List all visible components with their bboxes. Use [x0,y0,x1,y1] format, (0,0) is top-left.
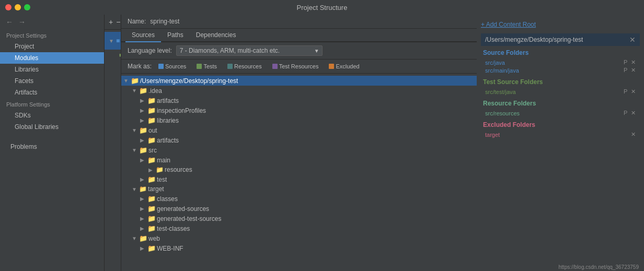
tree-item-webinf[interactable]: ▶ 📁 WEB-INF [121,243,477,253]
close-button[interactable] [5,4,12,10]
sidebar: ← → Project Settings Project Modules Lib… [0,15,105,271]
mark-sources-button[interactable]: Sources [155,62,190,71]
mark-tests-button[interactable]: Tests [193,62,221,71]
test-folder-remove-button[interactable]: ✕ [631,88,636,95]
source-folder-remove-button[interactable]: ✕ [631,59,636,66]
add-content-root-button[interactable]: + Add Content Root [481,19,640,30]
tree-item-test[interactable]: ▶ 📁 test [121,174,477,184]
sidebar-item-global-libraries[interactable]: Global Libraries [0,121,104,133]
tree-item-idea[interactable]: ▼ 📁 .idea [121,86,477,96]
tree-item-generated-test-sources[interactable]: ▶ 📁 generated-test-sources [121,214,477,223]
add-module-button[interactable]: + [109,17,113,27]
test-folder-path: src/test/java [485,89,516,95]
folder-icon: 📁 [139,234,147,242]
forward-button[interactable]: → [17,17,27,27]
module-icon: ■ [116,37,120,44]
chevron-icon: ▼ [132,88,138,93]
source-folder-edit-button[interactable]: P [624,67,629,74]
tree-item-web[interactable]: ▼ 📁 web [121,233,477,243]
close-icon[interactable]: ✕ [629,36,636,44]
remove-module-button[interactable]: − [116,17,120,27]
sidebar-item-facets[interactable]: Facets [0,75,104,87]
folder-icon: 📁 [156,166,164,173]
tree-item-artifacts[interactable]: ▶ 📁 artifacts [121,96,477,105]
platform-settings-header: Platform Settings [0,98,104,110]
tab-dependencies[interactable]: Dependencies [190,29,243,42]
web-icon: ■ [119,52,121,58]
chevron-icon: ▶ [140,196,146,202]
right-panel: + Add Content Root /Users/mengze/Desktop… [477,15,644,271]
source-folder-remove-button[interactable]: ✕ [631,67,636,74]
tree-item-test-classes[interactable]: ▶ 📁 test-classes [121,223,477,233]
source-folders-section: Source Folders src/java P ✕ src/main/jav… [481,48,640,74]
sidebar-item-problems[interactable]: Problems [0,141,104,152]
chevron-icon: ▶ [140,176,146,182]
tree-item-root[interactable]: ▼ 📁 /Users/mengze/Desktop/spring-test [121,76,477,86]
source-folders-label: Source Folders [481,48,640,57]
resource-folder-path: src/resources [485,110,520,116]
tree-item-inspectionprofiles[interactable]: ▶ 📁 inspectionProfiles [121,105,477,115]
folder-icon: 📁 [147,215,156,222]
resource-folder-item-1: src/resources P ✕ [481,109,640,117]
module-item-spring-test[interactable]: ▼ ■ spring-test [105,32,121,50]
module-panel: + − ⧉ ▼ ■ spring-test ■ Web [105,15,121,271]
file-tree: ▼ 📁 /Users/mengze/Desktop/spring-test ▼ … [121,74,477,271]
tab-sources[interactable]: Sources [125,29,161,42]
title-bar: Project Structure [0,0,644,15]
window-title: Project Structure [297,4,348,11]
back-button[interactable]: ← [4,17,15,27]
tree-item-target[interactable]: ▼ 📁 target [121,184,477,194]
chevron-icon: ▶ [140,98,146,103]
tree-item-generated-sources[interactable]: ▶ 📁 generated-sources [121,204,477,214]
sources-icon [158,64,164,69]
tree-item-src[interactable]: ▼ 📁 src [121,145,477,155]
module-toolbar: + − ⧉ [105,15,121,30]
tree-item-out[interactable]: ▼ 📁 out [121,125,477,135]
excluded-folder-remove-button[interactable]: ✕ [631,131,636,138]
folder-icon: 📁 [147,107,156,114]
folder-icon: 📁 [147,136,156,144]
chevron-icon: ▶ [140,206,146,211]
language-select[interactable]: 7 - Diamonds, ARM, multi-catch etc. [176,45,323,56]
resource-folders-section: Resource Folders src/resources P ✕ [481,99,640,117]
test-source-folders-label: Test Source Folders [481,77,640,87]
test-folder-item-1: src/test/java P ✕ [481,88,640,96]
folder-icon: 📁 [139,146,147,154]
excluded-folder-path: target [485,132,500,138]
resource-folder-edit-button[interactable]: P [624,110,629,116]
language-bar: Language level: 7 - Diamonds, ARM, multi… [121,42,477,60]
tree-item-libraries[interactable]: ▶ 📁 libraries [121,115,477,125]
source-folder-edit-button[interactable]: P [624,59,629,66]
test-folder-edit-button[interactable]: P [624,88,629,95]
chevron-icon: ▶ [140,157,146,163]
minimize-button[interactable] [15,4,21,10]
sidebar-item-modules[interactable]: Modules [0,52,104,64]
mark-excluded-button[interactable]: Excluded [325,62,363,71]
mark-resources-button[interactable]: Resources [224,62,266,71]
tree-item-main[interactable]: ▶ 📁 main [121,155,477,165]
resources-icon [227,64,233,69]
name-bar: Name: spring-test [121,15,477,29]
folder-icon: 📁 [147,116,156,124]
tab-paths[interactable]: Paths [161,29,190,42]
chevron-icon: ▶ [140,117,146,123]
source-folder-path: src/java [485,60,505,66]
sidebar-item-sdks[interactable]: SDKs [0,110,104,121]
source-folder-path: src/main/java [485,67,519,74]
excluded-folder-item-1: target ✕ [481,131,640,138]
nav-arrows: ← → [0,15,104,29]
tree-item-resources[interactable]: ▶ 📁 resources [121,165,477,174]
tree-item-classes[interactable]: ▶ 📁 classes [121,194,477,204]
module-item-web[interactable]: ■ Web [105,50,121,60]
excluded-icon [329,64,334,69]
chevron-icon: ▶ [140,245,146,251]
tree-item-out-artifacts[interactable]: ▶ 📁 artifacts [121,135,477,145]
path-header: /Users/mengze/Desktop/spring-test ✕ [481,33,640,46]
resource-folder-remove-button[interactable]: ✕ [631,110,636,116]
mark-test-resources-button[interactable]: Test Resources [269,62,323,71]
maximize-button[interactable] [24,4,30,10]
sidebar-item-libraries[interactable]: Libraries [0,64,104,75]
folder-icon: 📁 [131,77,139,85]
sidebar-item-artifacts[interactable]: Artifacts [0,87,104,98]
sidebar-item-project[interactable]: Project [0,41,104,52]
